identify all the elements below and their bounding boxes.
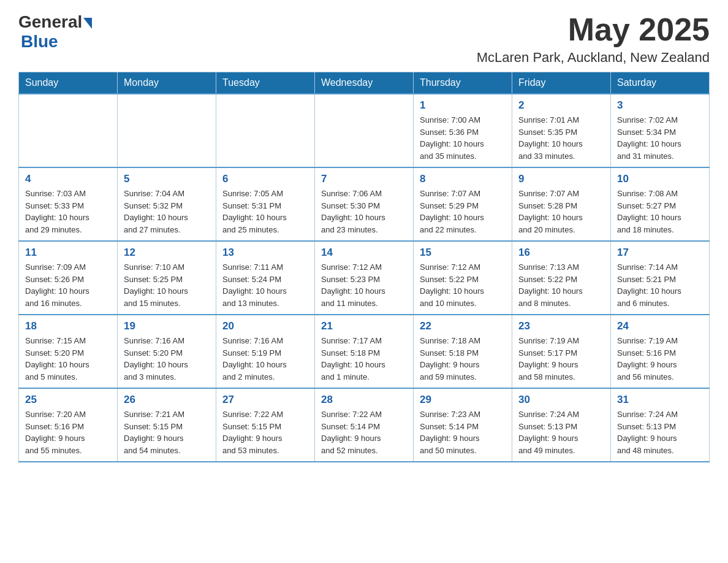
calendar-cell: 24Sunrise: 7:19 AMSunset: 5:16 PMDayligh…: [611, 315, 710, 388]
day-number: 12: [124, 247, 210, 259]
calendar-cell: [216, 94, 315, 167]
day-number: 31: [617, 394, 703, 406]
day-number: 20: [222, 320, 308, 332]
day-number: 6: [222, 173, 308, 185]
weekday-header-monday: Monday: [118, 72, 216, 94]
day-info: Sunrise: 7:24 AMSunset: 5:13 PMDaylight:…: [617, 408, 703, 456]
calendar-cell: 14Sunrise: 7:12 AMSunset: 5:23 PMDayligh…: [315, 241, 414, 315]
day-info: Sunrise: 7:13 AMSunset: 5:22 PMDaylight:…: [518, 261, 604, 309]
day-number: 26: [124, 394, 210, 406]
day-info: Sunrise: 7:04 AMSunset: 5:32 PMDaylight:…: [124, 188, 210, 236]
day-info: Sunrise: 7:17 AMSunset: 5:18 PMDaylight:…: [321, 335, 407, 383]
day-info: Sunrise: 7:18 AMSunset: 5:18 PMDaylight:…: [420, 335, 506, 383]
day-info: Sunrise: 7:21 AMSunset: 5:15 PMDaylight:…: [124, 408, 210, 456]
calendar-cell: 19Sunrise: 7:16 AMSunset: 5:20 PMDayligh…: [118, 315, 216, 388]
week-row-1: 1Sunrise: 7:00 AMSunset: 5:36 PMDaylight…: [19, 94, 710, 167]
location-title: McLaren Park, Auckland, New Zealand: [477, 50, 710, 66]
week-row-2: 4Sunrise: 7:03 AMSunset: 5:33 PMDaylight…: [19, 167, 710, 241]
weekday-header-thursday: Thursday: [414, 72, 512, 94]
day-number: 22: [420, 320, 506, 332]
calendar-cell: 6Sunrise: 7:05 AMSunset: 5:31 PMDaylight…: [216, 167, 315, 241]
calendar-cell: 28Sunrise: 7:22 AMSunset: 5:14 PMDayligh…: [315, 388, 414, 462]
day-info: Sunrise: 7:12 AMSunset: 5:23 PMDaylight:…: [321, 261, 407, 309]
calendar-cell: 1Sunrise: 7:00 AMSunset: 5:36 PMDaylight…: [414, 94, 512, 167]
calendar-cell: 4Sunrise: 7:03 AMSunset: 5:33 PMDaylight…: [19, 167, 118, 241]
day-number: 25: [25, 394, 111, 406]
day-number: 11: [25, 247, 111, 259]
calendar-cell: 12Sunrise: 7:10 AMSunset: 5:25 PMDayligh…: [118, 241, 216, 315]
day-info: Sunrise: 7:05 AMSunset: 5:31 PMDaylight:…: [222, 188, 308, 236]
day-info: Sunrise: 7:08 AMSunset: 5:27 PMDaylight:…: [617, 188, 703, 236]
calendar-cell: 5Sunrise: 7:04 AMSunset: 5:32 PMDaylight…: [118, 167, 216, 241]
calendar-cell: 25Sunrise: 7:20 AMSunset: 5:16 PMDayligh…: [19, 388, 118, 462]
page-header: General Blue May 2025 McLaren Park, Auck…: [18, 12, 710, 66]
day-info: Sunrise: 7:10 AMSunset: 5:25 PMDaylight:…: [124, 261, 210, 309]
day-info: Sunrise: 7:01 AMSunset: 5:35 PMDaylight:…: [518, 114, 604, 162]
title-area: May 2025 McLaren Park, Auckland, New Zea…: [477, 12, 710, 66]
calendar-cell: 18Sunrise: 7:15 AMSunset: 5:20 PMDayligh…: [19, 315, 118, 388]
day-number: 14: [321, 247, 407, 259]
calendar-cell: 10Sunrise: 7:08 AMSunset: 5:27 PMDayligh…: [611, 167, 710, 241]
day-number: 1: [420, 99, 506, 112]
calendar-cell: 30Sunrise: 7:24 AMSunset: 5:13 PMDayligh…: [512, 388, 611, 462]
calendar-cell: 29Sunrise: 7:23 AMSunset: 5:14 PMDayligh…: [414, 388, 512, 462]
day-info: Sunrise: 7:19 AMSunset: 5:16 PMDaylight:…: [617, 335, 703, 383]
day-number: 15: [420, 247, 506, 259]
calendar-cell: 9Sunrise: 7:07 AMSunset: 5:28 PMDaylight…: [512, 167, 611, 241]
calendar-table: SundayMondayTuesdayWednesdayThursdayFrid…: [18, 72, 710, 462]
calendar-cell: 27Sunrise: 7:22 AMSunset: 5:15 PMDayligh…: [216, 388, 315, 462]
logo-arrow-icon: [83, 18, 92, 29]
day-number: 3: [617, 99, 703, 112]
day-info: Sunrise: 7:15 AMSunset: 5:20 PMDaylight:…: [25, 335, 111, 383]
day-info: Sunrise: 7:00 AMSunset: 5:36 PMDaylight:…: [420, 114, 506, 162]
day-number: 10: [617, 173, 703, 185]
weekday-header-wednesday: Wednesday: [315, 72, 414, 94]
day-number: 30: [518, 394, 604, 406]
logo-area: General Blue: [18, 12, 93, 52]
day-info: Sunrise: 7:22 AMSunset: 5:15 PMDaylight:…: [222, 408, 308, 456]
day-number: 27: [222, 394, 308, 406]
day-info: Sunrise: 7:09 AMSunset: 5:26 PMDaylight:…: [25, 261, 111, 309]
week-row-3: 11Sunrise: 7:09 AMSunset: 5:26 PMDayligh…: [19, 241, 710, 315]
calendar-cell: 8Sunrise: 7:07 AMSunset: 5:29 PMDaylight…: [414, 167, 512, 241]
day-number: 24: [617, 320, 703, 332]
calendar-cell: 13Sunrise: 7:11 AMSunset: 5:24 PMDayligh…: [216, 241, 315, 315]
calendar-cell: [118, 94, 216, 167]
day-number: 23: [518, 320, 604, 332]
calendar-cell: 23Sunrise: 7:19 AMSunset: 5:17 PMDayligh…: [512, 315, 611, 388]
day-info: Sunrise: 7:20 AMSunset: 5:16 PMDaylight:…: [25, 408, 111, 456]
week-row-5: 25Sunrise: 7:20 AMSunset: 5:16 PMDayligh…: [19, 388, 710, 462]
day-info: Sunrise: 7:06 AMSunset: 5:30 PMDaylight:…: [321, 188, 407, 236]
logo: General: [18, 12, 93, 32]
week-row-4: 18Sunrise: 7:15 AMSunset: 5:20 PMDayligh…: [19, 315, 710, 388]
calendar-cell: 26Sunrise: 7:21 AMSunset: 5:15 PMDayligh…: [118, 388, 216, 462]
day-number: 17: [617, 247, 703, 259]
day-info: Sunrise: 7:12 AMSunset: 5:22 PMDaylight:…: [420, 261, 506, 309]
calendar-cell: 22Sunrise: 7:18 AMSunset: 5:18 PMDayligh…: [414, 315, 512, 388]
day-number: 16: [518, 247, 604, 259]
calendar-cell: 3Sunrise: 7:02 AMSunset: 5:34 PMDaylight…: [611, 94, 710, 167]
day-number: 21: [321, 320, 407, 332]
calendar-cell: 2Sunrise: 7:01 AMSunset: 5:35 PMDaylight…: [512, 94, 611, 167]
day-number: 9: [518, 173, 604, 185]
day-number: 28: [321, 394, 407, 406]
calendar-cell: 21Sunrise: 7:17 AMSunset: 5:18 PMDayligh…: [315, 315, 414, 388]
day-info: Sunrise: 7:23 AMSunset: 5:14 PMDaylight:…: [420, 408, 506, 456]
calendar-cell: 31Sunrise: 7:24 AMSunset: 5:13 PMDayligh…: [611, 388, 710, 462]
day-info: Sunrise: 7:07 AMSunset: 5:29 PMDaylight:…: [420, 188, 506, 236]
day-number: 7: [321, 173, 407, 185]
day-number: 8: [420, 173, 506, 185]
calendar-cell: 15Sunrise: 7:12 AMSunset: 5:22 PMDayligh…: [414, 241, 512, 315]
weekday-header-sunday: Sunday: [19, 72, 118, 94]
day-info: Sunrise: 7:11 AMSunset: 5:24 PMDaylight:…: [222, 261, 308, 309]
day-number: 19: [124, 320, 210, 332]
day-info: Sunrise: 7:16 AMSunset: 5:20 PMDaylight:…: [124, 335, 210, 383]
day-number: 5: [124, 173, 210, 185]
day-number: 2: [518, 99, 604, 112]
day-number: 29: [420, 394, 506, 406]
day-info: Sunrise: 7:16 AMSunset: 5:19 PMDaylight:…: [222, 335, 308, 383]
day-info: Sunrise: 7:02 AMSunset: 5:34 PMDaylight:…: [617, 114, 703, 162]
day-info: Sunrise: 7:22 AMSunset: 5:14 PMDaylight:…: [321, 408, 407, 456]
weekday-header-saturday: Saturday: [611, 72, 710, 94]
month-title: May 2025: [477, 12, 710, 47]
